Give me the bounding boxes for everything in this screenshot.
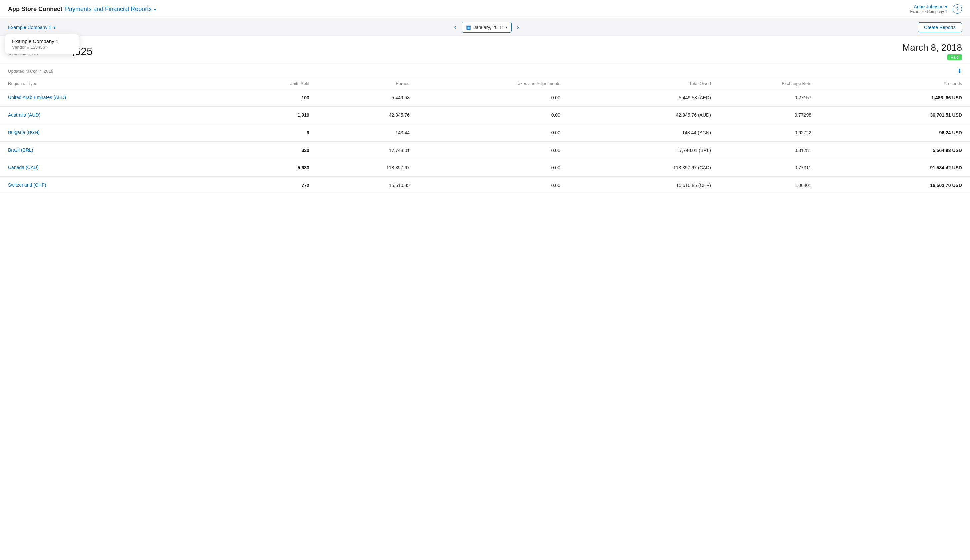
table-header-exchange-rate: Exchange Rate xyxy=(711,81,811,86)
table-row: Canada (CAD)5,683118,397.670.00118,397.6… xyxy=(0,159,970,177)
proceeds-cell: 36,701.51 USD xyxy=(811,112,962,118)
header-left: App Store Connect Payments and Financial… xyxy=(8,6,156,13)
total-owed-cell: 15,510.85 (CHF) xyxy=(560,183,711,188)
vendor-label: Example Company 1 xyxy=(8,25,51,30)
user-chevron-icon: ▾ xyxy=(945,4,947,9)
exchange-rate-cell: 0.31281 xyxy=(711,148,811,153)
exchange-rate-cell: 0.77298 xyxy=(711,112,811,118)
units-sold-cell: 103 xyxy=(209,95,309,100)
table-row: Brazil (BRL)32017,748.010.0017,748.01 (B… xyxy=(0,142,970,159)
proceeds-cell: 1,486 |66 USD xyxy=(811,95,962,100)
updated-row: Updated March 7, 2018 ⬇ xyxy=(0,64,970,78)
table-row: Switzerland (CHF)77215,510.850.0015,510.… xyxy=(0,177,970,194)
date-picker[interactable]: ▦ January, 2018 ▾ xyxy=(462,22,512,33)
header-right: Anne Johnson ▾ Example Company 1 ? xyxy=(910,4,962,14)
taxes-cell: 0.00 xyxy=(410,130,560,135)
table-body: United Arab Emirates (AED)1035,449.580.0… xyxy=(0,89,970,194)
user-name[interactable]: Anne Johnson ▾ xyxy=(910,4,947,9)
table-header: Region or TypeUnits SoldEarnedTaxes and … xyxy=(0,78,970,89)
summary-date: March 8, 2018 xyxy=(902,42,962,53)
summary-right: March 8, 2018 Paid xyxy=(902,42,962,60)
taxes-cell: 0.00 xyxy=(410,183,560,188)
units-sold-cell: 1,919 xyxy=(209,112,309,118)
region-link[interactable]: Canada (CAD) xyxy=(8,165,39,170)
exchange-rate-cell: 1.06401 xyxy=(711,183,811,188)
taxes-cell: 0.00 xyxy=(410,95,560,100)
proceeds-cell: 91,534.42 USD xyxy=(811,165,962,170)
date-nav: ‹ ▦ January, 2018 ▾ › xyxy=(452,22,522,33)
summary-row: EXAMPLE BANK 1 ▼ 32325 Total Units Sold … xyxy=(0,36,970,64)
table-header-region-or-type: Region or Type xyxy=(8,81,209,86)
date-picker-chevron-icon: ▾ xyxy=(505,25,507,30)
region-link[interactable]: Australia (AUD) xyxy=(8,112,40,118)
units-sold-cell: 9 xyxy=(209,130,309,135)
page-title: Payments and Financial Reports ▾ xyxy=(65,6,156,13)
units-sold-cell: 5,683 xyxy=(209,165,309,170)
prev-month-button[interactable]: ‹ xyxy=(452,22,459,32)
region-link[interactable]: United Arab Emirates (AED) xyxy=(8,95,66,100)
earned-cell: 15,510.85 xyxy=(309,183,410,188)
taxes-cell: 0.00 xyxy=(410,112,560,118)
table-row: United Arab Emirates (AED)1035,449.580.0… xyxy=(0,89,970,107)
toolbar: Example Company 1 ▾ Example Company 1 Ve… xyxy=(0,18,970,36)
vendor-selector[interactable]: Example Company 1 ▾ xyxy=(8,25,56,30)
main-header: App Store Connect Payments and Financial… xyxy=(0,0,970,18)
dropdown-company-name: Example Company 1 xyxy=(12,38,72,44)
table-header-units-sold: Units Sold xyxy=(209,81,309,86)
exchange-rate-cell: 0.27157 xyxy=(711,95,811,100)
proceeds-cell: 16,503.70 USD xyxy=(811,183,962,188)
units-sold-cell: 772 xyxy=(209,183,309,188)
user-info: Anne Johnson ▾ Example Company 1 xyxy=(910,4,947,14)
exchange-rate-cell: 0.77311 xyxy=(711,165,811,170)
region-link[interactable]: Bulgaria (BGN) xyxy=(8,130,40,135)
next-month-button[interactable]: › xyxy=(514,22,522,32)
total-owed-cell: 143.44 (BGN) xyxy=(560,130,711,135)
user-company: Example Company 1 xyxy=(910,9,947,14)
proceeds-cell: 5,564.93 USD xyxy=(811,148,962,153)
earned-cell: 5,449.58 xyxy=(309,95,410,100)
exchange-rate-cell: 0.62722 xyxy=(711,130,811,135)
total-owed-cell: 5,449.58 (AED) xyxy=(560,95,711,100)
table-header-total-owed: Total Owed xyxy=(560,81,711,86)
create-reports-button[interactable]: Create Reports xyxy=(918,22,962,32)
earned-cell: 118,397.67 xyxy=(309,165,410,170)
table-row: Bulgaria (BGN)9143.440.00143.44 (BGN)0.6… xyxy=(0,124,970,142)
date-picker-label: January, 2018 xyxy=(474,25,503,30)
earned-cell: 42,345.76 xyxy=(309,112,410,118)
dropdown-vendor-label: Vendor # 1234567 xyxy=(12,45,72,50)
total-owed-cell: 42,345.76 (AUD) xyxy=(560,112,711,118)
title-chevron-icon[interactable]: ▾ xyxy=(154,7,156,12)
table-header-proceeds: Proceeds xyxy=(811,81,962,86)
updated-label: Updated March 7, 2018 xyxy=(8,69,53,74)
total-owed-cell: 118,397.67 (CAD) xyxy=(560,165,711,170)
app-store-connect-label: App Store Connect xyxy=(8,6,62,13)
table-row: Australia (AUD)1,91942,345.760.0042,345.… xyxy=(0,107,970,124)
taxes-cell: 0.00 xyxy=(410,165,560,170)
earned-cell: 143.44 xyxy=(309,130,410,135)
download-icon[interactable]: ⬇ xyxy=(957,67,962,75)
table-header-earned: Earned xyxy=(309,81,410,86)
taxes-cell: 0.00 xyxy=(410,148,560,153)
vendor-chevron-icon: ▾ xyxy=(53,25,56,30)
total-owed-cell: 17,748.01 (BRL) xyxy=(560,148,711,153)
region-link[interactable]: Switzerland (CHF) xyxy=(8,182,46,188)
units-sold-cell: 320 xyxy=(209,148,309,153)
proceeds-cell: 96.24 USD xyxy=(811,130,962,135)
paid-badge: Paid xyxy=(947,54,962,60)
region-link[interactable]: Brazil (BRL) xyxy=(8,147,33,153)
earned-cell: 17,748.01 xyxy=(309,148,410,153)
calendar-icon: ▦ xyxy=(466,24,471,30)
help-button[interactable]: ? xyxy=(953,4,962,14)
vendor-dropdown: Example Company 1 Vendor # 1234567 xyxy=(5,34,79,54)
table-header-taxes-and-adjustments: Taxes and Adjustments xyxy=(410,81,560,86)
